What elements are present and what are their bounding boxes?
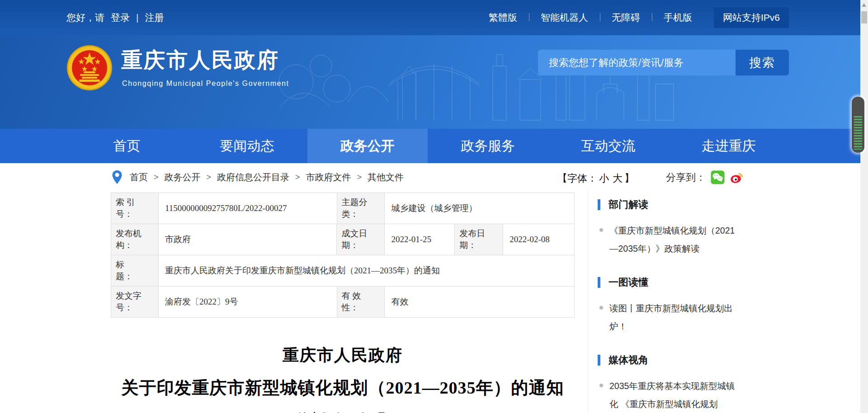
nav-item-news[interactable]: 要闻动态: [187, 129, 307, 163]
font-smaller-button[interactable]: 小: [599, 172, 609, 185]
user-links: 您好，请 登录 | 注册: [66, 11, 164, 24]
table-row: 索 引 号： 11500000009275780L/2022-00027 主题分…: [111, 193, 575, 224]
breadcrumb-info-catalog[interactable]: 政府信息公开目录: [217, 171, 289, 183]
meta-label-topic: 主题分类：: [337, 193, 385, 224]
document-title-line2: 关于印发重庆市新型城镇化规划（2021—2035年）的通知: [111, 376, 575, 399]
table-row: 发文字号： 渝府发〔2022〕9号 有 效 性： 有效: [111, 286, 575, 318]
site-title: 重庆市人民政府: [121, 46, 279, 75]
meta-label-publish-date: 发布日期：: [455, 224, 503, 255]
search-box: 搜索: [538, 50, 789, 75]
scrollbar-up-arrow-icon[interactable]: [862, 3, 866, 7]
breadcrumb-separator: >: [207, 173, 212, 182]
breadcrumb-city-gov-docs[interactable]: 市政府文件: [306, 171, 351, 183]
list-item[interactable]: 2035年重庆将基本实现新型城镇化 《重庆市新型城镇化规划（2021—2035年…: [598, 377, 789, 413]
utility-links: 繁體版 智能机器人 无障碍 手机版 网站支持IPv6: [477, 7, 789, 28]
list-item[interactable]: 《重庆市新型城镇化规划（2021—2035年）》政策解读: [598, 221, 789, 258]
login-link[interactable]: 登录: [111, 11, 130, 24]
nav-item-gov-services[interactable]: 政务服务: [428, 129, 548, 163]
breadcrumb-separator: >: [295, 173, 300, 182]
site-header: 重庆市人民政府 Chongqing Municipal People's Gov…: [0, 35, 860, 129]
document-number: 渝府发〔2022〕9号: [111, 410, 575, 413]
sidebar-link-policy-interpretation[interactable]: 《重庆市新型城镇化规划（2021—2035年）》政策解读: [609, 221, 735, 258]
sidebar-section-department-interpretation: 部门解读 《重庆市新型城镇化规划（2021—2035年）》政策解读: [598, 198, 789, 258]
nav-item-about-chongqing[interactable]: 走进重庆: [669, 129, 789, 163]
sidebar-link-infographic[interactable]: 读图丨重庆市新型城镇化规划出炉！: [609, 299, 735, 335]
nav-item-gov-affairs-open[interactable]: 政务公开: [307, 129, 428, 163]
bullet-icon: [599, 306, 603, 310]
scrollbar-thumb[interactable]: [861, 11, 867, 23]
section-title: 部门解读: [609, 198, 648, 211]
search-input[interactable]: [538, 50, 736, 75]
nav-item-home[interactable]: 首页: [66, 129, 187, 163]
wechat-share-icon[interactable]: [711, 170, 725, 184]
breadcrumb-separator: >: [154, 173, 159, 182]
sidebar-section-infographic: 一图读懂 读图丨重庆市新型城镇化规划出炉！: [598, 276, 789, 335]
widget-stripes-icon: [854, 116, 862, 150]
meta-value-title: 重庆市人民政府关于印发重庆市新型城镇化规划（2021—2035年）的通知: [159, 255, 575, 286]
section-accent-bar: [598, 355, 600, 366]
share-tools: 分享到：: [666, 170, 744, 184]
mobile-version-link[interactable]: 手机版: [652, 11, 704, 24]
section-accent-bar: [598, 199, 600, 210]
page-scrollbar[interactable]: [860, 0, 868, 413]
national-emblem-logo: [66, 44, 113, 94]
greeting-text: 您好，请: [66, 11, 104, 24]
content-sidebar-divider: [588, 190, 588, 413]
nav-item-interaction[interactable]: 互动交流: [548, 129, 668, 163]
floating-tool-widget[interactable]: [852, 97, 864, 153]
section-accent-bar: [598, 277, 600, 288]
breadcrumb-gov-open[interactable]: 政务公开: [165, 171, 201, 183]
section-title: 媒体视角: [609, 353, 648, 367]
meta-value-topic: 城乡建设（城乡管理）: [385, 193, 575, 224]
login-register-divider: |: [136, 12, 138, 23]
breadcrumb-separator: >: [357, 173, 362, 182]
meta-label-written-date: 成文日期：: [337, 224, 385, 255]
bullet-icon: [599, 384, 603, 387]
sidebar-section-media-view: 媒体视角 2035年重庆将基本实现新型城镇化 《重庆市新型城镇化规划（2021—…: [598, 353, 789, 413]
main-navigation: 首页 要闻动态 政务公开 政务服务 互动交流 走进重庆: [0, 129, 860, 163]
breadcrumb-other-docs[interactable]: 其他文件: [368, 171, 404, 183]
meta-value-written-date: 2022-01-25: [385, 224, 455, 255]
meta-value-publish-date: 2022-02-08: [503, 224, 575, 255]
document-meta-table: 索 引 号： 11500000009275780L/2022-00027 主题分…: [111, 192, 575, 318]
meta-value-issuer: 市政府: [159, 224, 337, 255]
meta-label-index-no: 索 引 号：: [111, 193, 159, 224]
meta-value-validity: 有效: [385, 286, 575, 318]
smart-robot-link[interactable]: 智能机器人: [529, 11, 600, 24]
page: 您好，请 登录 | 注册 繁體版 智能机器人 无障碍 手机版 网站支持IPv6: [0, 0, 868, 413]
location-pin-icon: [112, 170, 123, 184]
document-title-line1: 重庆市人民政府: [111, 344, 575, 366]
font-size-tools: 【字体： 小 大 】: [557, 172, 634, 185]
accessibility-link[interactable]: 无障碍: [600, 11, 652, 24]
weibo-share-icon[interactable]: [730, 170, 744, 184]
related-sidebar: 部门解读 《重庆市新型城镇化规划（2021—2035年）》政策解读 一图读懂 读…: [598, 198, 789, 413]
register-link[interactable]: 注册: [145, 11, 164, 24]
sidebar-link-media-article[interactable]: 2035年重庆将基本实现新型城镇化 《重庆市新型城镇化规划（2021—2035年…: [609, 377, 735, 413]
meta-value-index-no: 11500000009275780L/2022-00027: [159, 193, 337, 224]
topbar: 您好，请 登录 | 注册 繁體版 智能机器人 无障碍 手机版 网站支持IPv6: [0, 0, 860, 35]
meta-label-title: 标 题：: [111, 255, 159, 286]
section-title: 一图读懂: [609, 276, 648, 289]
table-row: 发布机构： 市政府 成文日期： 2022-01-25 发布日期： 2022-02…: [111, 224, 575, 255]
table-row: 标 题： 重庆市人民政府关于印发重庆市新型城镇化规划（2021—2035年）的通…: [111, 255, 575, 286]
meta-label-doc-number: 发文字号：: [111, 286, 159, 318]
ipv6-badge[interactable]: 网站支持IPv6: [714, 7, 789, 28]
meta-value-doc-number: 渝府发〔2022〕9号: [159, 286, 337, 318]
search-button[interactable]: 搜索: [736, 50, 789, 75]
traditional-chinese-link[interactable]: 繁體版: [477, 11, 529, 24]
share-label: 分享到：: [666, 171, 706, 184]
site-title-english: Chongqing Municipal People's Government: [122, 80, 289, 88]
font-tools-suffix: 】: [624, 172, 634, 185]
list-item[interactable]: 读图丨重庆市新型城镇化规划出炉！: [598, 299, 789, 335]
meta-label-issuer: 发布机构：: [111, 224, 159, 255]
bullet-icon: [599, 228, 603, 232]
document-body: 重庆市人民政府 关于印发重庆市新型城镇化规划（2021—2035年）的通知 渝府…: [111, 344, 575, 413]
font-tools-prefix: 【字体：: [557, 172, 597, 185]
font-larger-button[interactable]: 大: [613, 172, 623, 185]
breadcrumb-home[interactable]: 首页: [130, 171, 148, 183]
meta-label-validity: 有 效 性：: [337, 286, 385, 318]
breadcrumb: 首页 > 政务公开 > 政府信息公开目录 > 市政府文件 > 其他文件: [112, 170, 404, 184]
